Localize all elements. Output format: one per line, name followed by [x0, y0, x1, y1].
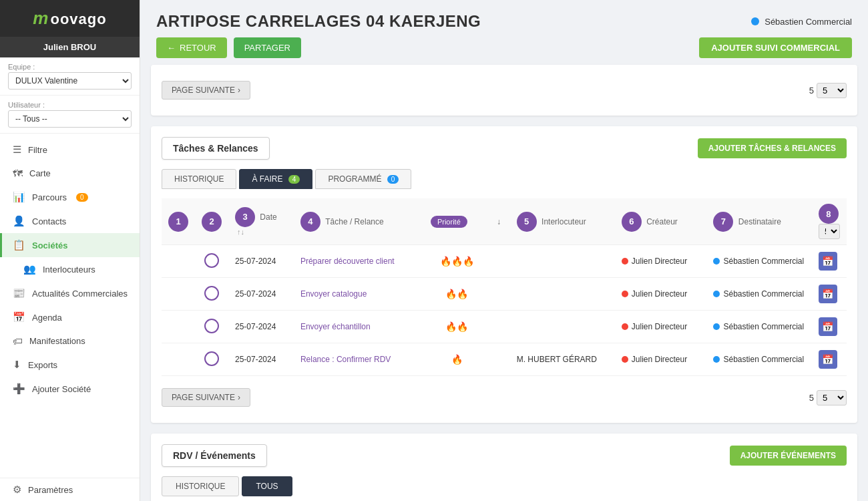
- row-check: [195, 343, 228, 376]
- calendar-button[interactable]: 📅: [819, 350, 837, 369]
- sidebar-item-parametres[interactable]: ⚙ Paramètres: [11, 484, 129, 496]
- sidebar-nav: ☰ Filtre 🗺 Carte 📊 Parcours 0 👤 Contacts…: [0, 134, 140, 478]
- calendar-button[interactable]: 📅: [819, 285, 837, 303]
- col-header-7: 7 Destinataire: [706, 198, 811, 245]
- retour-button[interactable]: ← RETOUR: [156, 37, 227, 58]
- equipe-label: Equipe :: [8, 63, 132, 71]
- col-header-arrow: ↓: [490, 198, 510, 245]
- sidebar-item-label: Paramètres: [28, 485, 73, 495]
- sidebar-item-carte[interactable]: 🗺 Carte: [0, 162, 140, 185]
- bottom-per-page-select[interactable]: 510: [817, 390, 847, 405]
- sidebar-item-parcours[interactable]: 📊 Parcours 0: [0, 185, 140, 209]
- logo-area: moovago: [0, 0, 140, 37]
- utilisateur-select[interactable]: -- Tous --: [8, 110, 132, 128]
- destinataire-name: Sébastien Commercial: [723, 355, 804, 364]
- ajouter-suivi-button[interactable]: AJOUTER SUIVI COMMERCIAL: [699, 37, 852, 58]
- row-arrow: [490, 245, 510, 278]
- calendar-button[interactable]: 📅: [819, 317, 837, 336]
- tab-programme[interactable]: PROGRAMMÉ 0: [315, 169, 411, 189]
- tab-historique[interactable]: HISTORIQUE: [162, 169, 236, 189]
- taches-section-header: Tâches & Relances AJOUTER TÂCHES & RELAN…: [162, 137, 847, 160]
- row-valider: [162, 311, 195, 343]
- row-valider: [162, 278, 195, 311]
- arrow-left-icon: ←: [167, 43, 176, 53]
- check-circle[interactable]: [204, 253, 219, 268]
- rdv-tab-tous[interactable]: TOUS: [242, 476, 292, 496]
- sidebar-item-agenda[interactable]: 📅 Agenda: [0, 305, 140, 329]
- task-link[interactable]: Envoyer échantillon: [300, 322, 371, 331]
- top-page-suivante-button[interactable]: PAGE SUIVANTE ›: [162, 81, 250, 100]
- col-8-select[interactable]: 5: [819, 224, 840, 239]
- row-interlocuteur: [510, 245, 615, 278]
- tab-a-faire[interactable]: À FAIRE 4: [239, 169, 312, 189]
- top-card: PAGE SUIVANTE › 5 51025: [151, 65, 857, 116]
- sidebar-item-societes[interactable]: 📋 Sociétés: [0, 233, 140, 257]
- createur-name: Julien Directeur: [632, 257, 687, 266]
- task-link[interactable]: Relance : Confirmer RDV: [300, 355, 391, 364]
- sidebar-item-interlocuteurs[interactable]: 👥 Interlocuteurs: [0, 257, 140, 281]
- taches-card: Tâches & Relances AJOUTER TÂCHES & RELAN…: [151, 126, 857, 423]
- plus-icon: ➕: [13, 383, 25, 395]
- map-icon: 🗺: [13, 168, 23, 179]
- check-circle[interactable]: [204, 319, 219, 333]
- sort-date-icon: ↑↓: [237, 228, 244, 236]
- partager-button[interactable]: PARTAGER: [234, 37, 301, 58]
- check-circle[interactable]: [204, 286, 219, 301]
- sidebar-item-contacts[interactable]: 👤 Contacts: [0, 209, 140, 233]
- row-createur: Julien Directeur: [615, 245, 707, 278]
- row-priorite: 🔥🔥: [424, 278, 490, 311]
- row-arrow: [490, 278, 510, 311]
- row-priorite: 🔥: [424, 343, 490, 376]
- destinataire-name: Sébastien Commercial: [723, 289, 804, 299]
- destinataire-dot: [713, 291, 720, 297]
- rdv-card: RDV / Événements AJOUTER ÉVÉNEMENTS HIST…: [151, 434, 857, 501]
- gear-icon: ⚙: [13, 484, 21, 496]
- download-icon: ⬇: [13, 359, 21, 371]
- top-per-page-select[interactable]: 51025: [817, 83, 847, 98]
- calendar-button[interactable]: 📅: [819, 252, 837, 271]
- bottom-page-suivante-button[interactable]: PAGE SUIVANTE ›: [162, 388, 250, 407]
- row-action: 📅: [812, 343, 847, 376]
- ajouter-taches-button[interactable]: AJOUTER TÂCHES & RELANCES: [698, 138, 847, 158]
- row-priorite: 🔥🔥🔥: [424, 245, 490, 278]
- sidebar-item-label: Agenda: [32, 313, 62, 323]
- calendar-icon: 📅: [13, 311, 25, 323]
- chevron-right-icon: ›: [238, 86, 240, 95]
- sidebar-item-exports[interactable]: ⬇ Exports: [0, 353, 140, 377]
- col-header-8: 8 5: [812, 198, 847, 245]
- table-row: 25-07-2024 Envoyer catalogue 🔥🔥 Julien D…: [162, 278, 847, 311]
- main-header: ARTIPOSE CARRELAGES 04 KAERJENG Sébastie…: [140, 0, 868, 37]
- utilisateur-label: Utilisateur :: [8, 101, 132, 109]
- logo: moovago: [33, 8, 106, 29]
- row-valider: [162, 343, 195, 376]
- priority-fires: 🔥🔥: [445, 289, 468, 299]
- row-createur: Julien Directeur: [615, 343, 707, 376]
- sidebar-item-label: Actualités Commerciales: [32, 289, 128, 299]
- bottom-pagination-bar: PAGE SUIVANTE › 5 510: [162, 383, 847, 412]
- row-createur: Julien Directeur: [615, 311, 707, 343]
- priorite-filter-button[interactable]: Priorité: [431, 216, 467, 228]
- parcours-badge: 0: [76, 193, 88, 202]
- row-destinataire: Sébastien Commercial: [706, 311, 811, 343]
- ajouter-events-button[interactable]: AJOUTER ÉVÉNEMENTS: [730, 446, 847, 466]
- sidebar-item-ajouter-societe[interactable]: ➕ Ajouter Société: [0, 377, 140, 401]
- col-header-6: 6 Créateur: [615, 198, 707, 245]
- table-row: 25-07-2024 Préparer découverte client 🔥🔥…: [162, 245, 847, 278]
- row-priorite: 🔥🔥: [424, 311, 490, 343]
- row-tache: Préparer découverte client: [294, 245, 424, 278]
- sidebar-item-manifestations[interactable]: 🏷 Manifestations: [0, 329, 140, 353]
- check-circle[interactable]: [204, 351, 219, 366]
- sidebar-item-actualites[interactable]: 📰 Actualités Commerciales: [0, 281, 140, 305]
- task-link[interactable]: Préparer découverte client: [300, 257, 395, 266]
- task-link[interactable]: Envoyer catalogue: [300, 289, 367, 299]
- rdv-tab-historique[interactable]: HISTORIQUE: [162, 476, 239, 496]
- main-content: ARTIPOSE CARRELAGES 04 KAERJENG Sébastie…: [140, 0, 868, 501]
- sidebar-user: Julien BROU: [0, 37, 140, 57]
- createur-dot: [622, 258, 628, 265]
- equipe-select[interactable]: DULUX Valentine: [8, 72, 132, 90]
- destinataire-name: Sébastien Commercial: [723, 257, 804, 266]
- sidebar-item-label: Manifestations: [29, 336, 85, 346]
- sidebar-item-label: Sociétés: [32, 240, 67, 251]
- sidebar-item-filtre[interactable]: ☰ Filtre: [0, 138, 140, 162]
- row-interlocuteur: M. HUBERT GÉRARD: [510, 343, 615, 376]
